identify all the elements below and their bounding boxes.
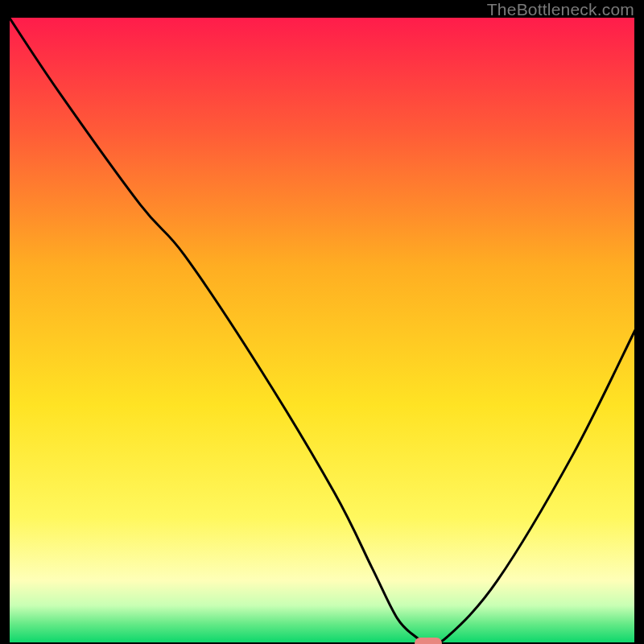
optimal-marker (415, 638, 442, 644)
bottleneck-chart (9, 17, 635, 643)
gradient-background (9, 17, 635, 643)
chart-frame (9, 17, 635, 643)
